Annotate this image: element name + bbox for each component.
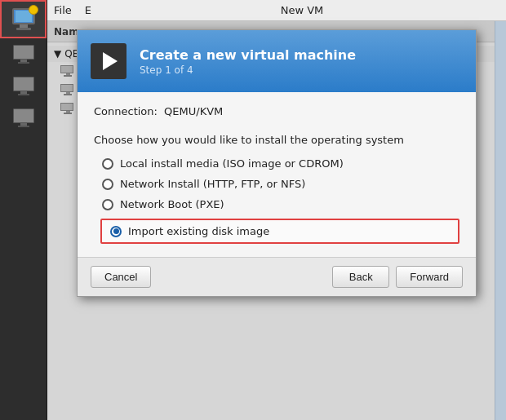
new-vm-dialog: Create a new virtual machine Step 1 of 4… [77, 29, 477, 297]
sidebar-vm4-icon-group [13, 108, 34, 127]
sidebar-item-vm-2[interactable] [0, 38, 47, 70]
connection-label: Connection: [94, 105, 158, 117]
radio-option-import[interactable]: Import existing disk image [100, 219, 459, 244]
sidebar-vm2-base [18, 62, 29, 64]
play-icon-background [91, 43, 126, 79]
dialog-overlay: Create a new virtual machine Step 1 of 4… [47, 21, 506, 420]
sidebar-vm4-base [18, 126, 29, 127]
menu-bar: File E New VM [47, 0, 506, 21]
dialog-title: Create a new virtual machine [140, 47, 356, 63]
sidebar-vm-icon-wrapper [12, 8, 35, 30]
desktop: File E New VM Name ▼ QEMU [0, 0, 506, 420]
radio-label-local: Local install media (ISO image or CDROM) [120, 157, 344, 170]
sidebar-vm-base [16, 28, 31, 30]
sidebar-vm4-screen [13, 108, 34, 123]
window-title: New VM [104, 4, 499, 16]
radio-option-network-install[interactable]: Network Install (HTTP, FTP, or NFS) [102, 178, 459, 190]
radio-option-pxe[interactable]: Network Boot (PXE) [102, 198, 459, 210]
menu-file[interactable]: File [54, 4, 72, 16]
radio-option-local[interactable]: Local install media (ISO image or CDROM) [102, 157, 459, 170]
radio-circle-network-install [102, 179, 113, 190]
radio-options-group: Local install media (ISO image or CDROM)… [94, 157, 459, 244]
sidebar-vm2-icon-group [13, 45, 34, 64]
vm-list-area: Name ▼ QEMU [47, 21, 506, 420]
radio-label-import: Import existing disk image [128, 225, 269, 237]
sidebar-vm3-icon-group [13, 77, 34, 95]
forward-button[interactable]: Forward [396, 266, 463, 288]
radio-dot-import [113, 228, 119, 234]
dialog-subtitle: Step 1 of 4 [140, 64, 356, 76]
dialog-header-text-group: Create a new virtual machine Step 1 of 4 [140, 47, 356, 76]
sidebar-item-vm-4[interactable] [0, 102, 47, 134]
radio-circle-import [110, 226, 122, 237]
sidebar-item-vm-3[interactable] [0, 70, 47, 102]
sidebar-vm2-screen [13, 45, 34, 60]
cancel-button[interactable]: Cancel [91, 266, 151, 288]
menu-edit[interactable]: E [85, 4, 91, 16]
dialog-header-icon [89, 42, 128, 81]
dialog-header: Create a new virtual machine Step 1 of 4 [78, 30, 476, 92]
dialog-body: Connection: QEMU/KVM Choose how you woul… [78, 92, 476, 257]
radio-circle-local [102, 158, 113, 170]
sidebar [0, 0, 47, 420]
play-triangle-icon [103, 52, 118, 70]
main-area: File E New VM Name ▼ QEMU [47, 0, 506, 420]
radio-circle-pxe [102, 199, 113, 210]
back-button[interactable]: Back [332, 266, 389, 288]
sidebar-gold-badge [29, 5, 38, 15]
connection-value: QEMU/KVM [164, 105, 223, 117]
sidebar-vm3-base [18, 94, 29, 95]
dialog-footer: Cancel Back Forward [78, 257, 476, 296]
install-question: Choose how you would like to install the… [94, 134, 459, 146]
sidebar-vm3-screen [13, 77, 34, 91]
sidebar-item-active-vm[interactable] [0, 0, 47, 38]
connection-line: Connection: QEMU/KVM [94, 105, 459, 117]
radio-label-pxe: Network Boot (PXE) [120, 198, 224, 210]
radio-label-network-install: Network Install (HTTP, FTP, or NFS) [120, 178, 305, 190]
